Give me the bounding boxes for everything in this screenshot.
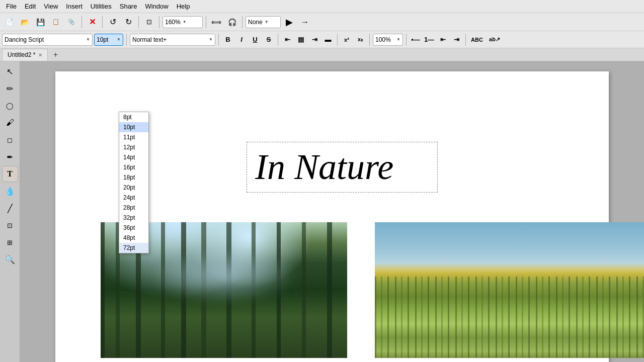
size-option-10pt[interactable]: 10pt: [119, 122, 148, 132]
paste-special-button[interactable]: 📎: [64, 15, 78, 29]
subscript-button[interactable]: x₂: [354, 34, 366, 46]
size-option-48pt[interactable]: 48pt: [119, 233, 148, 243]
sidebar: ↖ ✏ ◯ 🖌 ◻ ✒ T 💧 ╱ ⊡ ⊞ 🔍: [0, 61, 20, 362]
undo-button[interactable]: ↺: [106, 15, 120, 29]
underline-button[interactable]: U: [249, 34, 261, 46]
toolbar1: 📄 📂 💾 📋 📎 ✕ ↺ ↻ ⊡ 160% ▼ ⟺ 🎧 None ▼ ▶ →: [0, 13, 644, 31]
bullets-button[interactable]: •—: [410, 34, 422, 46]
none-dropdown1[interactable]: None ▼: [246, 16, 281, 28]
menu-window[interactable]: Window: [141, 2, 172, 11]
bold-button[interactable]: B: [222, 34, 234, 46]
separator3: [138, 16, 139, 28]
size-option-8pt[interactable]: 8pt: [119, 112, 148, 122]
style-dropdown[interactable]: Normal text+ ▼: [130, 34, 215, 46]
numbered-button[interactable]: 1—: [423, 34, 435, 46]
tab-bar: Untitled2 * ✕ +: [0, 48, 644, 61]
font-name-value: Dancing Script: [5, 36, 44, 43]
indent-decrease-button[interactable]: ⇤: [437, 34, 449, 46]
separator8: [218, 34, 219, 46]
copy-format-button[interactable]: 📋: [49, 15, 63, 29]
new-button[interactable]: 📄: [2, 15, 16, 29]
select-tool[interactable]: ↖: [2, 63, 18, 79]
menu-file[interactable]: File: [2, 2, 21, 11]
size-option-16pt[interactable]: 16pt: [119, 162, 148, 172]
align-left-button[interactable]: ⇤: [281, 34, 293, 46]
open-button[interactable]: 📂: [18, 15, 32, 29]
audio-button[interactable]: 🎧: [225, 15, 239, 29]
size-option-32pt[interactable]: 32pt: [119, 213, 148, 223]
zoom-arrow: ▼: [183, 20, 187, 24]
zoom-tool[interactable]: 🔍: [2, 251, 18, 267]
menu-help[interactable]: Help: [173, 2, 194, 11]
toolbar2: Dancing Script ▼ 10pt ▼ Normal text+ ▼ B…: [0, 31, 644, 48]
pen-tool[interactable]: ✒: [2, 149, 18, 165]
italic-button[interactable]: I: [235, 34, 248, 46]
main-layout: ↖ ✏ ◯ 🖌 ◻ ✒ T 💧 ╱ ⊡ ⊞ 🔍 In Nature: [0, 61, 644, 362]
menu-utilities[interactable]: Utilities: [87, 2, 116, 11]
canvas-area[interactable]: In Nature 8pt 10pt 11pt 12pt 1: [20, 61, 644, 362]
connector-tool[interactable]: ╱: [2, 200, 18, 216]
crop-button[interactable]: ⊡: [142, 15, 156, 29]
text-zoom-box[interactable]: 100% ▼: [373, 34, 403, 46]
autocorrect-button[interactable]: ab↗: [487, 34, 503, 46]
text-tool[interactable]: T: [2, 166, 18, 182]
style-value: Normal text+: [132, 36, 167, 43]
separator4: [159, 16, 159, 28]
delete-button[interactable]: ✕: [85, 15, 99, 29]
tab-untitled2[interactable]: Untitled2 * ✕: [2, 49, 48, 61]
draw-tool[interactable]: ✏: [2, 80, 18, 97]
crop-tool[interactable]: ⊡: [2, 217, 18, 233]
zoom-value: 160%: [165, 19, 181, 26]
transform-tool[interactable]: ⊞: [2, 234, 18, 250]
size-option-20pt[interactable]: 20pt: [119, 183, 148, 193]
style-arrow: ▼: [209, 37, 213, 42]
title-text: In Nature: [255, 147, 393, 187]
zoom-dropdown[interactable]: 160% ▼: [163, 16, 203, 28]
font-size-arrow: ▼: [117, 37, 121, 42]
menu-view[interactable]: View: [40, 2, 62, 11]
size-option-28pt[interactable]: 28pt: [119, 203, 148, 213]
size-option-24pt[interactable]: 24pt: [119, 193, 148, 203]
size-option-12pt[interactable]: 12pt: [119, 142, 148, 152]
separator10: [337, 34, 338, 46]
separator11: [369, 34, 370, 46]
separator1: [82, 16, 82, 28]
font-name-dropdown[interactable]: Dancing Script ▼: [2, 34, 93, 46]
size-option-36pt[interactable]: 36pt: [119, 223, 148, 233]
size-option-14pt[interactable]: 14pt: [119, 152, 148, 162]
tab-close-button[interactable]: ✕: [38, 52, 42, 58]
size-option-72pt[interactable]: 72pt: [119, 243, 148, 253]
forward-button[interactable]: ▶: [282, 15, 296, 29]
menu-share[interactable]: Share: [116, 2, 141, 11]
separator7: [126, 34, 127, 46]
font-name-arrow: ▼: [86, 37, 90, 42]
align-center-button[interactable]: ▤: [295, 34, 307, 46]
align-right-button[interactable]: ⇥: [308, 34, 320, 46]
separator6: [242, 16, 243, 28]
separator13: [465, 34, 466, 46]
indent-increase-button[interactable]: ⇥: [450, 34, 462, 46]
strikethrough-button[interactable]: S: [263, 34, 275, 46]
save-button[interactable]: 💾: [33, 15, 47, 29]
arrow-right-button[interactable]: →: [298, 15, 312, 29]
align-justify-button[interactable]: ▬: [322, 34, 334, 46]
measure-button[interactable]: ⟺: [209, 15, 223, 29]
font-size-dropdown-btn[interactable]: 10pt ▼: [94, 34, 123, 46]
title-text-box[interactable]: In Nature: [247, 142, 438, 193]
shapes-tool[interactable]: ◯: [2, 98, 18, 114]
separator5: [206, 16, 206, 28]
new-tab-button[interactable]: +: [50, 49, 61, 60]
eyedropper-tool[interactable]: 💧: [2, 183, 18, 199]
menu-edit[interactable]: Edit: [21, 2, 40, 11]
size-option-11pt[interactable]: 11pt: [119, 132, 148, 142]
paint-tool[interactable]: 🖌: [2, 115, 18, 131]
spell-check-button[interactable]: ABC: [469, 34, 485, 46]
none1-value: None: [248, 19, 263, 26]
redo-button[interactable]: ↻: [121, 15, 135, 29]
superscript-button[interactable]: x²: [341, 34, 353, 46]
separator2: [102, 16, 103, 28]
size-option-18pt[interactable]: 18pt: [119, 172, 148, 183]
menu-insert[interactable]: Insert: [62, 2, 87, 11]
eraser-tool[interactable]: ◻: [2, 132, 18, 148]
tab-label: Untitled2 *: [8, 51, 35, 58]
